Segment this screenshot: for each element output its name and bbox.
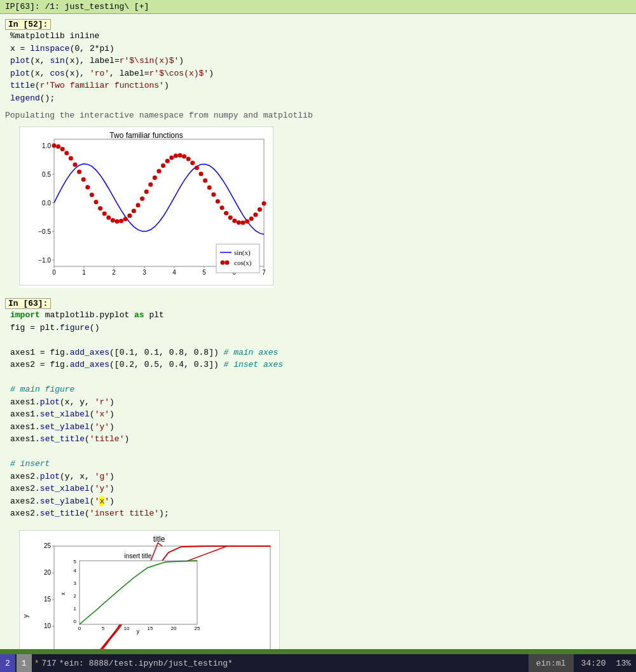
chart2-inset-title: insert title: [125, 552, 152, 559]
svg-text:15: 15: [44, 596, 52, 603]
svg-point-85: [225, 261, 230, 265]
code-line: axes2.set_xlabel('y'): [10, 483, 631, 495]
svg-point-63: [186, 157, 191, 161]
cell-prompt-52: In [52]:: [5, 19, 51, 30]
svg-point-81: [262, 201, 266, 205]
svg-text:3: 3: [142, 269, 146, 276]
chart-2: title x y 0 5 10 15 20 25: [19, 530, 280, 650]
svg-point-34: [64, 151, 69, 155]
notebook[interactable]: In [52]: %matplotlib inline x = linspace…: [0, 14, 636, 649]
svg-point-69: [211, 193, 216, 197]
svg-text:−0.5: −0.5: [38, 228, 51, 235]
output-namespace: Populating the interactive namespace fro…: [0, 109, 636, 121]
code-line: axes1.set_xlabel('x'): [10, 408, 631, 421]
svg-point-80: [258, 207, 262, 212]
svg-text:2: 2: [74, 593, 77, 599]
code-line: legend();: [10, 92, 631, 105]
code-line: import matplotlib.pyplot as plt: [10, 309, 631, 322]
chart-1: Two familiar functions 1.0 0.5 0.0 −0.5 …: [19, 127, 273, 288]
svg-point-44: [106, 216, 111, 220]
svg-point-31: [52, 144, 57, 148]
svg-point-47: [119, 219, 123, 223]
svg-text:0.5: 0.5: [42, 171, 51, 178]
svg-text:0: 0: [78, 626, 81, 631]
svg-point-49: [127, 214, 132, 218]
svg-point-59: [169, 156, 174, 160]
svg-point-61: [178, 153, 183, 158]
svg-text:1: 1: [82, 269, 86, 276]
svg-text:25: 25: [44, 542, 52, 549]
svg-text:4: 4: [74, 568, 77, 573]
chart1-title: Two familiar functions: [109, 131, 183, 140]
svg-text:5: 5: [202, 269, 206, 276]
svg-point-53: [144, 189, 149, 194]
chart-1-svg: Two familiar functions 1.0 0.5 0.0 −0.5 …: [19, 127, 273, 285]
svg-point-84: [221, 261, 225, 265]
svg-text:0: 0: [52, 269, 56, 276]
svg-text:1.0: 1.0: [42, 142, 51, 149]
svg-point-36: [73, 163, 78, 167]
status-percent: 13%: [611, 659, 636, 668]
svg-point-55: [153, 175, 157, 180]
svg-point-42: [98, 206, 102, 210]
svg-text:3: 3: [74, 580, 77, 586]
svg-point-72: [224, 211, 228, 216]
svg-point-40: [90, 193, 94, 197]
svg-point-56: [157, 169, 162, 174]
svg-text:1: 1: [74, 606, 77, 612]
cell-63: In [63]: import matplotlib.pyplot as plt…: [0, 293, 636, 525]
status-linecount: 717: [41, 659, 56, 668]
svg-point-77: [245, 219, 249, 224]
svg-text:10: 10: [44, 622, 52, 629]
code-line: x = linspace(0, 2*pi): [10, 43, 631, 55]
svg-point-45: [111, 218, 115, 223]
svg-point-75: [237, 221, 241, 225]
chart2-ylabel: y: [22, 614, 29, 617]
svg-point-78: [249, 217, 254, 221]
svg-point-71: [220, 205, 225, 210]
code-line: # main figure: [10, 383, 631, 396]
svg-point-37: [77, 170, 81, 174]
svg-text:5: 5: [47, 649, 51, 650]
svg-point-52: [140, 196, 144, 201]
svg-text:7: 7: [262, 269, 266, 276]
status-position: 34:20: [576, 659, 611, 668]
svg-text:5: 5: [74, 559, 77, 565]
svg-point-51: [136, 203, 141, 207]
svg-point-64: [190, 161, 195, 165]
code-line: axes2.plot(y, x, 'g'): [10, 470, 631, 483]
svg-point-48: [123, 217, 128, 221]
code-line: axes2.set_title('insert title');: [10, 507, 631, 520]
svg-point-65: [195, 166, 199, 170]
svg-point-73: [228, 216, 233, 220]
svg-point-58: [165, 159, 170, 163]
code-line: plot(x, sin(x), label=r'$\sin(x)$'): [10, 55, 631, 67]
code-line: [10, 334, 631, 346]
svg-point-46: [115, 219, 120, 224]
chart-2-svg: title x y 0 5 10 15 20 25: [19, 530, 280, 650]
svg-point-60: [174, 154, 178, 158]
code-line: title(r'Two familiar functions'): [10, 79, 631, 92]
svg-point-35: [69, 156, 73, 160]
code-line: axes1 = fig.add_axes([0.1, 0.1, 0.8, 0.8…: [10, 346, 631, 359]
code-line: [10, 446, 631, 458]
code-line: # insert: [10, 458, 631, 470]
cell-prompt-63: In [63]:: [5, 298, 51, 309]
cell-code-63: import matplotlib.pyplot as plt fig = pl…: [5, 309, 631, 520]
svg-point-54: [148, 182, 153, 187]
cell-input-52[interactable]: In [52]: %matplotlib inline x = linspace…: [0, 17, 636, 107]
code-line: axes1.set_ylabel('y'): [10, 421, 631, 434]
status-cell-num1: 2: [0, 654, 15, 672]
svg-point-66: [199, 172, 204, 176]
svg-text:10: 10: [124, 626, 130, 631]
svg-point-74: [232, 219, 237, 223]
svg-point-41: [94, 200, 99, 204]
svg-text:0.0: 0.0: [42, 200, 51, 207]
code-line: fig = plt.figure(): [10, 322, 631, 334]
legend-sin: sin(x): [234, 249, 251, 257]
title-text: IP[63]: /1: just_testing\ [+]: [5, 2, 149, 11]
svg-point-38: [81, 177, 86, 182]
svg-text:20: 20: [171, 626, 177, 631]
svg-text:5: 5: [102, 626, 105, 631]
cell-input-63[interactable]: In [63]: import matplotlib.pyplot as plt…: [0, 296, 636, 523]
